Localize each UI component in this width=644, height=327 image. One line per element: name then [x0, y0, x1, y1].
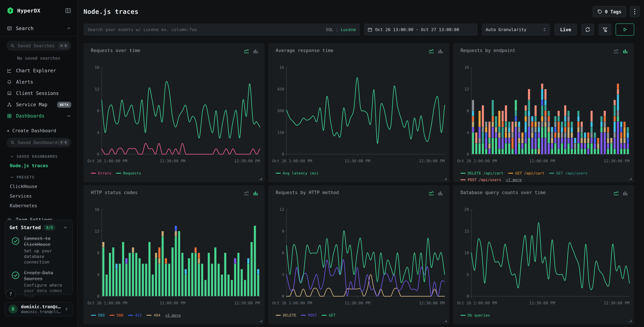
- lucene-mode-toggle[interactable]: Lucene: [341, 27, 356, 32]
- shortcut-badge: ⌘ K: [58, 43, 69, 49]
- filter-edit-icon: [602, 27, 608, 32]
- get-started-item-title: Connect to ClickHouse: [24, 236, 66, 248]
- panel-resize-handle[interactable]: [444, 320, 447, 322]
- tags-button-label: 0 Tags: [605, 9, 621, 14]
- help-question-icon: ?: [9, 291, 12, 297]
- panel-resize-handle[interactable]: [629, 178, 632, 180]
- panel-resize-handle[interactable]: [444, 178, 447, 180]
- filter-button[interactable]: [598, 24, 612, 36]
- preset-kubernetes[interactable]: Kubernetes: [0, 203, 77, 208]
- panel-resize-handle[interactable]: [260, 320, 262, 322]
- bar-view-toggle[interactable]: [437, 190, 444, 196]
- user-menu[interactable]: D dominic.tran@c… dominic.tran@cli…: [5, 302, 73, 316]
- svg-text:0: 0: [97, 152, 99, 156]
- preset-clickhouse[interactable]: ClickHouse: [0, 184, 77, 189]
- legend-label: Db queries: [468, 313, 490, 317]
- line-view-icon: [613, 190, 619, 196]
- svg-text:0: 0: [466, 294, 469, 298]
- sidebar-nav: Chart ExplorerAlertsClient SessionsServi…: [0, 65, 77, 122]
- chevron-up-icon[interactable]: [66, 26, 71, 31]
- svg-text:12:30:00 PM: 12:30:00 PM: [419, 301, 445, 305]
- svg-text:8: 8: [97, 108, 99, 113]
- chart-panel-requests-by-http-method: Requests by HTTP method036912Oct 26 1:00…: [268, 185, 450, 324]
- preset-services[interactable]: Services: [0, 194, 77, 199]
- user-name: dominic.tran@c…: [21, 304, 64, 309]
- sidebar-item-client-sessions[interactable]: Client Sessions: [0, 88, 77, 99]
- line-view-toggle[interactable]: [428, 48, 434, 54]
- chart-title: HTTP status codes: [91, 190, 138, 195]
- sql-mode-toggle[interactable]: SQL: [326, 27, 333, 32]
- svg-text:10: 10: [464, 251, 469, 255]
- bar-view-toggle[interactable]: [252, 190, 259, 196]
- legend-item-errors: Errors: [91, 171, 111, 175]
- live-button[interactable]: Live: [554, 24, 577, 36]
- saved-searches-input[interactable]: Saved Searches ⌘ K: [6, 41, 71, 51]
- line-view-toggle[interactable]: [243, 190, 250, 196]
- chart-canvas: 0481216Oct 26 1:00:00 PM11:00:00 PM12:30…: [87, 207, 262, 309]
- bar-view-toggle[interactable]: [252, 48, 259, 54]
- saved-dashboards-section-header[interactable]: SAVED DASHBOARDS: [0, 154, 77, 158]
- sidebar-collapse-icon[interactable]: [65, 8, 71, 14]
- get-started-item-create-data-sources[interactable]: Create Data SourcesConfigure where your …: [10, 270, 68, 299]
- sidebar-item-alerts[interactable]: Alerts: [0, 76, 77, 88]
- legend-dash: [116, 173, 121, 174]
- legend-label: DELETE /api/cart: [468, 171, 504, 175]
- svg-text:12:30:00 PM: 12:30:00 PM: [604, 301, 630, 305]
- legend-item-requests: Requests: [116, 171, 141, 175]
- bar-view-toggle[interactable]: [622, 48, 628, 54]
- line-view-toggle[interactable]: [243, 48, 250, 54]
- saved-dashboards-input[interactable]: Saved Dashboards ⌘ K: [6, 138, 71, 148]
- line-view-toggle[interactable]: [613, 190, 619, 196]
- panel-resize-handle[interactable]: [260, 178, 262, 180]
- granularity-select[interactable]: Auto Granularity: [482, 24, 550, 36]
- svg-text:0: 0: [466, 152, 469, 156]
- sidebar-item-dashboards[interactable]: Dashboards: [0, 110, 77, 122]
- legend-item-get: GET: [322, 313, 336, 317]
- get-started-item-desc: Configure where your data comes from: [24, 282, 68, 299]
- chevron-up-icon[interactable]: [63, 225, 68, 230]
- sidebar-item-service-map[interactable]: Service MapBETA: [0, 99, 77, 110]
- legend-dash: [276, 173, 281, 174]
- bar-view-toggle[interactable]: [437, 48, 444, 54]
- avatar: D: [8, 304, 18, 314]
- panel-resize-handle[interactable]: [629, 320, 632, 322]
- main-content: Node.js traces 0 Tags Search your events…: [78, 0, 644, 327]
- line-view-toggle[interactable]: [428, 190, 434, 196]
- date-range-value: Oct 26 13:00:00 - Oct 27 13:00:00: [375, 27, 459, 32]
- svg-text:5: 5: [466, 272, 469, 277]
- chart-title: Requests by HTTP method: [276, 190, 339, 195]
- sidebar-item-chart-explorer[interactable]: Chart Explorer: [0, 65, 77, 76]
- svg-text:20: 20: [464, 207, 469, 212]
- legend-more-link[interactable]: +7 more: [506, 178, 522, 182]
- get-started-item-connect-to-clickhouse[interactable]: Connect to ClickHouseSet up your databas…: [10, 236, 68, 265]
- create-dashboard-button[interactable]: + Create Dashboard: [0, 128, 77, 133]
- refresh-icon: [585, 27, 590, 32]
- legend-dash: [110, 315, 114, 316]
- legend-item-delete-api-cart: DELETE /api/cart: [460, 171, 504, 175]
- legend-dash: [91, 315, 96, 316]
- sidebar-section-search[interactable]: Search: [0, 24, 77, 32]
- svg-text:4: 4: [97, 130, 99, 135]
- run-query-button[interactable]: [616, 24, 634, 36]
- chart-title: Requests by endpoint: [460, 48, 516, 53]
- svg-text:Oct 26 1:00:00 PM: Oct 26 1:00:00 PM: [88, 301, 127, 305]
- legend-label: DELETE: [283, 313, 296, 317]
- legend-dash: [460, 315, 466, 316]
- legend-more-link[interactable]: +2 more: [165, 313, 181, 317]
- presets-section-header[interactable]: PRESETS: [0, 175, 77, 180]
- bar-view-toggle[interactable]: [622, 190, 628, 196]
- line-view-toggle[interactable]: [613, 48, 619, 54]
- no-saved-searches-text: No saved searches: [0, 56, 77, 61]
- get-started-progress-badge: 3/3: [44, 225, 55, 230]
- more-options-button[interactable]: [630, 6, 640, 17]
- legend-dash: [276, 315, 281, 316]
- event-search-input[interactable]: Search your events w/ Lucene ex. column:…: [84, 24, 360, 36]
- legend-label: 404: [154, 313, 160, 317]
- tags-button[interactable]: 0 Tags: [593, 6, 626, 17]
- help-button[interactable]: ?: [6, 289, 16, 299]
- beta-badge: BETA: [57, 102, 71, 108]
- date-range-picker[interactable]: Oct 26 13:00:00 - Oct 27 13:00:00: [364, 24, 478, 36]
- svg-text:12: 12: [464, 87, 469, 92]
- saved-dashboard-node-js-traces[interactable]: Node.js traces: [0, 163, 77, 168]
- refresh-button[interactable]: [581, 24, 594, 36]
